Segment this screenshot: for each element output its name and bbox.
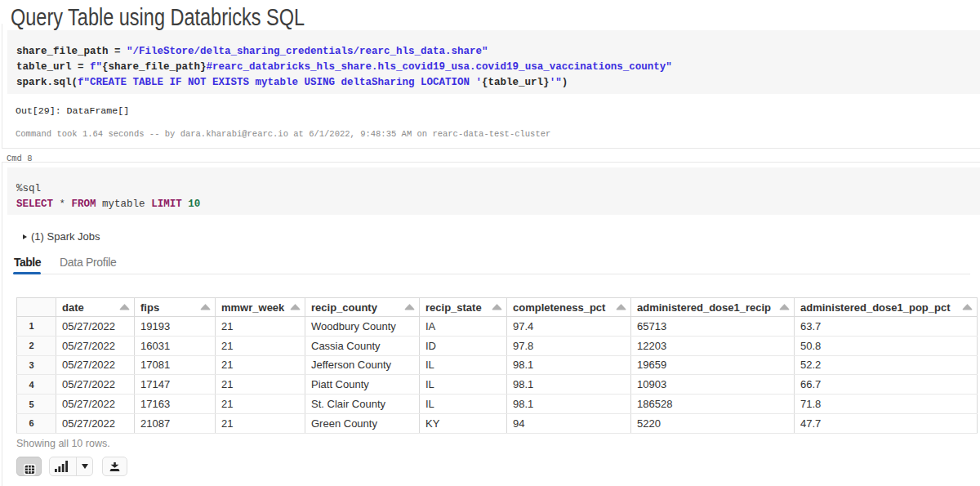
svg-text:Query Table using Databricks S: Query Table using Databricks SQL [11,3,305,30]
